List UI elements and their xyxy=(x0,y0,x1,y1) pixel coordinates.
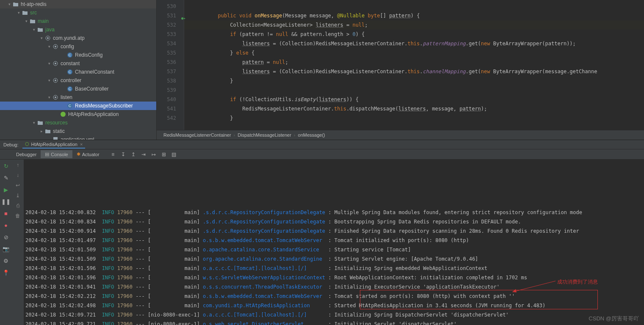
tree-item[interactable]: CRedisMessageSubscriber xyxy=(0,102,156,110)
more-icon[interactable]: ▤ xyxy=(171,151,177,157)
editor-gutter: 530●▸53153253353453553653753853954054154… xyxy=(157,0,184,130)
camera-icon[interactable]: 📷 xyxy=(2,245,10,253)
watermark: CSDN @厉害哥哥吖 xyxy=(589,315,639,322)
tree-item[interactable]: ▾ht-atp-redis xyxy=(0,0,156,8)
svg-point-15 xyxy=(55,96,56,98)
breakpoints-icon[interactable]: ● xyxy=(2,221,10,229)
pin-icon[interactable]: 📍 xyxy=(2,269,10,276)
tab-console[interactable]: ▤Console xyxy=(41,150,72,158)
rerun-icon[interactable]: ↻ xyxy=(2,162,10,170)
pause-icon[interactable]: ❚❚ xyxy=(2,198,10,205)
print-icon[interactable]: ⎙ xyxy=(17,203,19,209)
step-over-icon[interactable]: ≡ xyxy=(110,151,116,157)
debug-label: Debug: xyxy=(3,142,18,147)
editor-breadcrumb[interactable]: RedisMessageListenerContainer› DispatchM… xyxy=(157,130,644,140)
breadcrumb-item[interactable]: onMessage() xyxy=(298,132,325,138)
tab-actuator[interactable]: ✱Actuator xyxy=(72,150,104,158)
tree-item[interactable]: ▾listen xyxy=(0,93,156,102)
clear-icon[interactable]: 🗑 xyxy=(15,213,20,219)
console-toolbar: ↑ ↓ ↩ ⤓ ⎙ 🗑 xyxy=(12,160,24,325)
soft-wrap-icon[interactable]: ↩ xyxy=(16,182,20,188)
tree-item[interactable]: ▾com.yundi.atp xyxy=(0,34,156,42)
project-tree[interactable]: ▾ht-atp-redis▾src▾main▾java▾com.yundi.at… xyxy=(0,0,157,140)
svg-text:C: C xyxy=(69,87,72,91)
svg-text:C: C xyxy=(69,104,72,108)
svg-text:C: C xyxy=(69,53,72,57)
run-to-cursor-icon[interactable]: ↦ xyxy=(150,151,157,157)
console-icon: ▤ xyxy=(45,151,49,157)
tree-item[interactable]: ▾controller xyxy=(0,76,156,85)
evaluate-icon[interactable]: ⊞ xyxy=(160,151,167,157)
force-step-icon[interactable]: ⇥ xyxy=(140,151,147,157)
tree-item[interactable]: ▾java xyxy=(0,25,156,34)
tree-item[interactable]: CBaseController xyxy=(0,85,156,93)
code-editor[interactable]: 530●▸53153253353453553653753853954054154… xyxy=(157,0,644,140)
breadcrumb-item[interactable]: DispatchMessageListener xyxy=(238,132,291,138)
spring-icon: ⬡ xyxy=(25,141,29,147)
tree-item[interactable]: ▾resources xyxy=(0,118,156,127)
scroll-up-icon[interactable]: ↑ xyxy=(17,162,19,168)
mute-bp-icon[interactable]: ⊘ xyxy=(2,233,10,241)
debug-left-toolbar: ↻ ✎ ▶ ❚❚ ■ ● ⊘ 📷 ⚙ 📍 xyxy=(0,160,12,325)
tree-item[interactable]: CRedisConfig xyxy=(0,51,156,59)
svg-rect-19 xyxy=(53,137,58,140)
debug-toolbar: ≡ ↧ ↥ ⇥ ↦ ⊞ ▤ xyxy=(110,151,177,157)
close-icon[interactable]: × xyxy=(80,142,83,147)
breadcrumb-item[interactable]: RedisMessageListenerContainer xyxy=(163,132,231,138)
tree-item[interactable]: HtAtpRedisApplication xyxy=(0,110,156,118)
debug-run-tab[interactable]: ⬡ HtAtpRedisApplication × xyxy=(22,140,85,149)
tree-item[interactable]: application.yml xyxy=(0,135,156,140)
step-into-icon[interactable]: ↧ xyxy=(120,151,127,157)
svg-point-3 xyxy=(55,46,56,47)
annotation-box xyxy=(360,290,598,309)
tree-item[interactable]: ▾main xyxy=(0,17,156,25)
tree-item[interactable]: CChannelConstant xyxy=(0,68,156,76)
settings-icon[interactable]: ⚙ xyxy=(2,257,10,264)
svg-point-7 xyxy=(55,63,56,64)
actuator-icon: ✱ xyxy=(77,151,80,157)
svg-marker-21 xyxy=(512,289,517,292)
step-out-icon[interactable]: ↥ xyxy=(130,151,137,157)
svg-point-1 xyxy=(47,37,49,39)
tree-item[interactable]: ▾src xyxy=(0,8,156,17)
resume-icon[interactable]: ▶ xyxy=(2,186,10,193)
annotation-text: 成功消费到了消息 xyxy=(557,277,598,286)
debug-panel[interactable]: Debug: ⬡ HtAtpRedisApplication × Debugge… xyxy=(0,140,644,325)
svg-point-11 xyxy=(55,80,56,81)
svg-text:C: C xyxy=(69,70,72,74)
editor-code[interactable]: public void onMessage(Message message, @… xyxy=(184,0,644,130)
console-output[interactable]: 成功消费到了消息 2024-02-18 15:42:00.832 INFO 17… xyxy=(24,160,644,325)
annotation-arrow xyxy=(512,281,559,294)
svg-line-20 xyxy=(512,281,556,292)
modify-icon[interactable]: ✎ xyxy=(2,174,10,182)
stop-icon[interactable]: ■ xyxy=(2,209,10,217)
tree-item[interactable]: ▸static xyxy=(0,127,156,135)
scroll-down-icon[interactable]: ↓ xyxy=(17,172,19,178)
scroll-end-icon[interactable]: ⤓ xyxy=(16,193,20,198)
tree-item[interactable]: ▾constant xyxy=(0,59,156,68)
tree-item[interactable]: ▾config xyxy=(0,42,156,51)
svg-point-18 xyxy=(61,112,66,117)
tab-debugger[interactable]: Debugger xyxy=(12,151,41,158)
